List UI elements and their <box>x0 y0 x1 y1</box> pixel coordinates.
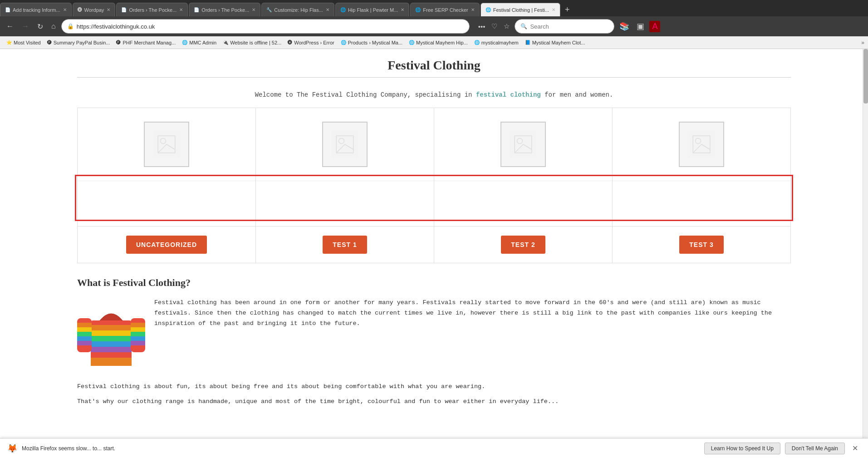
svg-rect-32 <box>77 336 92 341</box>
tab-2[interactable]: 🅦 Wordpay ✕ <box>73 3 116 16</box>
bookmark-favicon-9: 🌐 <box>474 40 480 45</box>
tab-close-6[interactable]: ✕ <box>401 7 404 12</box>
svg-rect-31 <box>77 332 92 336</box>
svg-rect-24 <box>91 341 132 347</box>
svg-rect-22 <box>91 330 132 336</box>
bookmarks-expand[interactable]: » <box>861 39 864 46</box>
bookmarks-bar: ⭐ Most Visited 🅟 Summary PayPal Busin...… <box>0 36 868 49</box>
bookmark-label-5: Website is offline | 52... <box>230 40 281 45</box>
browser-chrome: 📄 Add tracking Inform... ✕ 🅦 Wordpay ✕ 📄… <box>0 0 868 49</box>
tab-close-8[interactable]: ✕ <box>552 7 555 12</box>
tab-favicon-1: 📄 <box>5 7 10 12</box>
bookmark-mystical-mayhem[interactable]: 🌐 mysticalmayhem <box>471 39 521 46</box>
tab-favicon-3: 📄 <box>121 7 127 12</box>
product-card-4[interactable] <box>613 108 790 226</box>
forward-button[interactable]: → <box>19 20 32 32</box>
tab-favicon-2: 🅦 <box>78 7 82 12</box>
star-button[interactable]: ☆ <box>501 20 512 32</box>
svg-rect-21 <box>91 325 132 330</box>
body-paragraph-3: That's why our clothing range is handmad… <box>0 397 868 412</box>
tab-close-4[interactable]: ✕ <box>252 7 255 12</box>
bookmark-mmc[interactable]: 🌐 MMC Admin <box>179 39 219 46</box>
tab-favicon-6: 🌐 <box>340 7 346 12</box>
tab-6[interactable]: 🌐 Hip Flask | Pewter M... ✕ <box>335 3 409 16</box>
bookmark-mystical-hip[interactable]: 🌐 Mystical Mayhem Hip... <box>406 39 471 46</box>
search-input[interactable] <box>530 23 608 30</box>
bookmark-mystical-clot[interactable]: 📘 Mystical Mayhem Clot... <box>522 39 588 46</box>
category-button-uncategorized[interactable]: UNCATEGORIZED <box>126 236 207 254</box>
bookmark-phf[interactable]: 🅟 PHF Merchant Manag... <box>113 39 178 46</box>
overflow-menu-button[interactable]: A <box>649 21 660 32</box>
tab-close-7[interactable]: ✕ <box>471 7 475 12</box>
bookmark-products[interactable]: 🌐 Products › Mystical Ma... <box>338 39 405 46</box>
svg-rect-38 <box>131 336 145 341</box>
address-bar[interactable]: 🔒 https://festivalclothinguk.co.uk <box>61 19 470 34</box>
page-content: Festival Clothing Welcome to The Festiva… <box>0 49 868 412</box>
bookmark-label-9: mysticalmayhem <box>481 40 519 45</box>
bookmark-button[interactable]: ♡ <box>489 20 500 32</box>
welcome-link[interactable]: festival clothing <box>476 91 541 98</box>
bookmark-favicon-8: 🌐 <box>409 40 414 45</box>
search-icon: 🔍 <box>520 23 527 30</box>
product-card-3[interactable] <box>434 108 613 226</box>
category-button-test1[interactable]: TEST 1 <box>323 236 367 254</box>
welcome-section: Welcome to The Festival Clothing Company… <box>0 78 868 108</box>
tab-label-1: Add tracking Inform... <box>13 7 60 13</box>
sidebar-button[interactable]: ▣ <box>634 20 647 33</box>
tab-close-5[interactable]: ✕ <box>326 7 329 12</box>
placeholder-image-4 <box>679 122 724 167</box>
tab-label-3: Orders › The Pocke... <box>129 7 177 13</box>
svg-rect-26 <box>91 352 132 358</box>
tab-favicon-4: 📄 <box>194 7 199 12</box>
search-bar[interactable]: 🔍 <box>515 19 614 34</box>
bookmark-favicon-5: 🔌 <box>223 40 228 45</box>
tab-4[interactable]: 📄 Orders › The Pocke... ✕ <box>189 3 260 16</box>
bookmark-most-visited[interactable]: ⭐ Most Visited <box>4 39 44 46</box>
tab-label-8: Festival Clothing | Festi... <box>493 7 549 13</box>
bookmark-label-6: WordPress › Error <box>294 40 334 45</box>
tab-close-2[interactable]: ✕ <box>107 7 110 12</box>
placeholder-image-2 <box>322 122 368 167</box>
what-is-content: Festival clothing has been around in one… <box>77 298 791 361</box>
tab-7[interactable]: 🌐 Free SERP Checker ✕ <box>410 3 479 16</box>
tab-8[interactable]: 🌐 Festival Clothing | Festi... ✕ <box>481 3 560 16</box>
scrollbar-thumb[interactable] <box>863 49 868 103</box>
tab-bar: 📄 Add tracking Inform... ✕ 🅦 Wordpay ✕ 📄… <box>0 0 868 16</box>
new-tab-button[interactable]: + <box>561 3 574 16</box>
category-button-test2[interactable]: TEST 2 <box>501 236 545 254</box>
svg-rect-39 <box>131 341 145 345</box>
category-cell-2: TEST 1 <box>256 227 434 263</box>
body-paragraph-1: Festival clothing has been around in one… <box>154 298 791 361</box>
library-button[interactable]: 📚 <box>617 20 632 33</box>
tab-label-2: Wordpay <box>84 7 104 13</box>
tab-close-3[interactable]: ✕ <box>179 7 183 12</box>
bookmark-paypal[interactable]: 🅟 Summary PayPal Busin... <box>44 39 113 46</box>
category-button-test3[interactable]: TEST 3 <box>679 236 723 254</box>
product-card-1[interactable] <box>78 108 256 226</box>
product-image-2 <box>256 108 434 181</box>
scrollbar-track[interactable] <box>863 49 868 412</box>
what-is-festival-section: What is Festival Clothing? <box>0 263 868 375</box>
tab-5[interactable]: 🔧 Customize: Hip Flas... ✕ <box>261 3 334 16</box>
bookmark-label-7: Products › Mystical Ma... <box>348 40 402 45</box>
back-button[interactable]: ← <box>4 20 16 32</box>
home-button[interactable]: ⌂ <box>49 20 59 32</box>
tab-3[interactable]: 📄 Orders › The Pocke... ✕ <box>116 3 188 16</box>
tab-label-6: Hip Flask | Pewter M... <box>348 7 398 13</box>
tab-1[interactable]: 📄 Add tracking Inform... ✕ <box>0 3 72 16</box>
bookmark-favicon-3: 🅟 <box>116 40 121 45</box>
placeholder-image-1 <box>144 122 189 167</box>
svg-rect-30 <box>77 327 92 332</box>
menu-dots-button[interactable]: ••• <box>476 21 488 32</box>
bookmark-website-offline[interactable]: 🔌 Website is offline | 52... <box>220 39 284 46</box>
category-cell-3: TEST 2 <box>434 227 613 263</box>
product-card-2[interactable] <box>256 108 434 226</box>
url-text: https://festivalclothinguk.co.uk <box>77 23 155 30</box>
tab-label-5: Customize: Hip Flas... <box>274 7 323 13</box>
tab-close-1[interactable]: ✕ <box>63 7 67 12</box>
bookmark-wordpress[interactable]: 🅦 WordPress › Error <box>285 39 337 46</box>
svg-rect-27 <box>91 358 132 366</box>
category-cell-4: TEST 3 <box>613 227 790 263</box>
bookmark-favicon-2: 🅟 <box>47 40 52 45</box>
reload-button[interactable]: ↻ <box>34 20 46 33</box>
